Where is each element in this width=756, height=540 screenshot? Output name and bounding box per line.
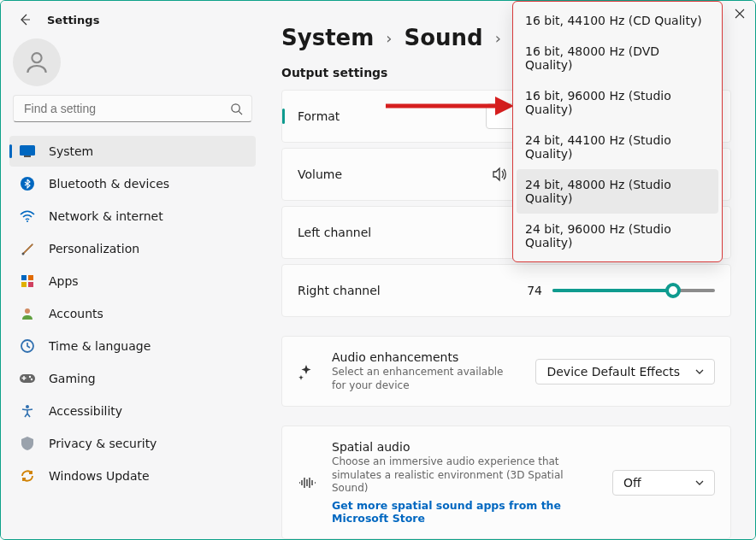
sidebar-item-label: Bluetooth & devices bbox=[49, 177, 169, 191]
sound-wave-icon bbox=[298, 473, 316, 492]
shield-icon bbox=[20, 436, 35, 451]
sidebar-item-label: Accessibility bbox=[49, 404, 122, 418]
format-option[interactable]: 16 bit, 48000 Hz (DVD Quality) bbox=[517, 36, 718, 80]
sidebar-item-network[interactable]: Network & internet bbox=[9, 201, 256, 232]
search-input[interactable] bbox=[22, 101, 230, 116]
left-channel-label: Left channel bbox=[298, 226, 486, 239]
right-channel-value: 74 bbox=[518, 284, 542, 297]
sparkle-icon bbox=[298, 362, 316, 381]
svg-rect-2 bbox=[20, 145, 35, 156]
sidebar-item-accounts[interactable]: Accounts bbox=[9, 298, 256, 329]
format-option[interactable]: 24 bit, 96000 Hz (Studio Quality) bbox=[517, 214, 718, 258]
format-label: Format bbox=[298, 109, 486, 123]
format-option[interactable]: 24 bit, 48000 Hz (Studio Quality) bbox=[517, 169, 718, 214]
format-option[interactable]: 16 bit, 96000 Hz (Studio Quality) bbox=[517, 80, 718, 125]
arrow-left-icon bbox=[18, 13, 32, 26]
sidebar-item-bluetooth[interactable]: Bluetooth & devices bbox=[9, 168, 256, 199]
clock-icon bbox=[20, 338, 35, 354]
breadcrumb-sound[interactable]: Sound bbox=[405, 25, 483, 50]
sidebar-item-label: Time & language bbox=[49, 339, 151, 353]
enhance-desc: Select an enhancement available for your… bbox=[332, 366, 520, 392]
game-icon bbox=[20, 371, 35, 386]
sidebar-item-label: Personalization bbox=[49, 242, 139, 255]
spatial-audio-row: Spatial audio Choose an immersive audio … bbox=[281, 426, 731, 539]
right-channel-row: Right channel 74 bbox=[281, 264, 731, 317]
format-dropdown-popup: 16 bit, 44100 Hz (CD Quality) 16 bit, 48… bbox=[512, 1, 723, 262]
format-option[interactable]: 16 bit, 44100 Hz (CD Quality) bbox=[517, 5, 718, 36]
back-button[interactable] bbox=[16, 11, 33, 28]
chevron-down-icon bbox=[695, 367, 704, 376]
accessibility-icon bbox=[20, 403, 35, 419]
sidebar-item-label: Apps bbox=[49, 274, 79, 288]
svg-rect-3 bbox=[24, 156, 31, 157]
svg-rect-10 bbox=[28, 282, 33, 287]
enhance-title: Audio enhancements bbox=[332, 350, 520, 364]
audio-enhancements-row: Audio enhancements Select an enhancement… bbox=[281, 336, 731, 407]
spatial-value: Off bbox=[623, 476, 641, 490]
update-icon bbox=[20, 468, 35, 484]
enhance-dropdown[interactable]: Device Default Effects bbox=[535, 359, 715, 384]
sidebar-item-gaming[interactable]: Gaming bbox=[9, 363, 256, 394]
sidebar-item-privacy[interactable]: Privacy & security bbox=[9, 428, 256, 459]
sidebar-item-label: Accounts bbox=[49, 307, 103, 320]
svg-point-6 bbox=[22, 253, 25, 255]
volume-label: Volume bbox=[298, 167, 486, 181]
search-box[interactable] bbox=[13, 95, 252, 122]
speaker-icon[interactable] bbox=[491, 166, 508, 183]
accounts-icon bbox=[20, 306, 35, 321]
svg-point-5 bbox=[27, 220, 28, 222]
page-title: Settings bbox=[47, 14, 99, 26]
avatar[interactable] bbox=[13, 38, 61, 86]
sidebar-item-label: Network & internet bbox=[49, 209, 163, 223]
apps-icon bbox=[20, 273, 35, 289]
sidebar-item-accessibility[interactable]: Accessibility bbox=[9, 396, 256, 426]
chevron-right-icon: › bbox=[386, 29, 392, 47]
system-icon bbox=[20, 144, 35, 159]
chevron-down-icon bbox=[695, 478, 704, 487]
sidebar-item-system[interactable]: System bbox=[9, 136, 256, 167]
spatial-dropdown[interactable]: Off bbox=[612, 470, 715, 496]
svg-point-16 bbox=[26, 405, 29, 408]
svg-rect-9 bbox=[21, 282, 27, 287]
sidebar-item-time[interactable]: Time & language bbox=[9, 331, 256, 361]
enhance-value: Device Default Effects bbox=[546, 365, 680, 379]
brush-icon bbox=[20, 241, 35, 256]
search-icon bbox=[230, 103, 243, 115]
svg-rect-7 bbox=[21, 275, 27, 280]
sidebar-item-label: System bbox=[49, 144, 93, 158]
sidebar-item-label: Windows Update bbox=[49, 469, 150, 483]
close-icon bbox=[735, 9, 745, 19]
spatial-desc: Choose an immersive audio experience tha… bbox=[332, 455, 597, 496]
svg-point-11 bbox=[25, 308, 30, 314]
svg-point-0 bbox=[32, 53, 41, 62]
sidebar-item-label: Gaming bbox=[49, 372, 96, 385]
nav-list: System Bluetooth & devices Network & int… bbox=[6, 136, 259, 491]
right-channel-label: Right channel bbox=[298, 284, 486, 297]
spatial-title: Spatial audio bbox=[332, 440, 597, 454]
close-button[interactable] bbox=[735, 8, 745, 21]
format-option[interactable]: 24 bit, 44100 Hz (Studio Quality) bbox=[517, 125, 718, 169]
sidebar: Settings System Bluetooth & devices Netw… bbox=[1, 1, 264, 539]
svg-point-14 bbox=[29, 376, 31, 378]
sidebar-item-apps[interactable]: Apps bbox=[9, 266, 256, 296]
right-channel-slider[interactable] bbox=[552, 282, 715, 299]
svg-point-1 bbox=[232, 103, 239, 111]
svg-rect-8 bbox=[28, 275, 33, 280]
person-icon bbox=[23, 49, 50, 76]
bluetooth-icon bbox=[20, 176, 35, 191]
wifi-icon bbox=[20, 208, 35, 224]
svg-point-15 bbox=[31, 379, 32, 380]
spatial-store-link[interactable]: Get more spatial sound apps from the Mic… bbox=[332, 499, 597, 525]
breadcrumb-system[interactable]: System bbox=[281, 25, 374, 50]
sidebar-item-label: Privacy & security bbox=[49, 437, 157, 450]
chevron-right-icon: › bbox=[495, 29, 501, 47]
sidebar-item-update[interactable]: Windows Update bbox=[9, 461, 256, 491]
sidebar-item-personalization[interactable]: Personalization bbox=[9, 233, 256, 264]
